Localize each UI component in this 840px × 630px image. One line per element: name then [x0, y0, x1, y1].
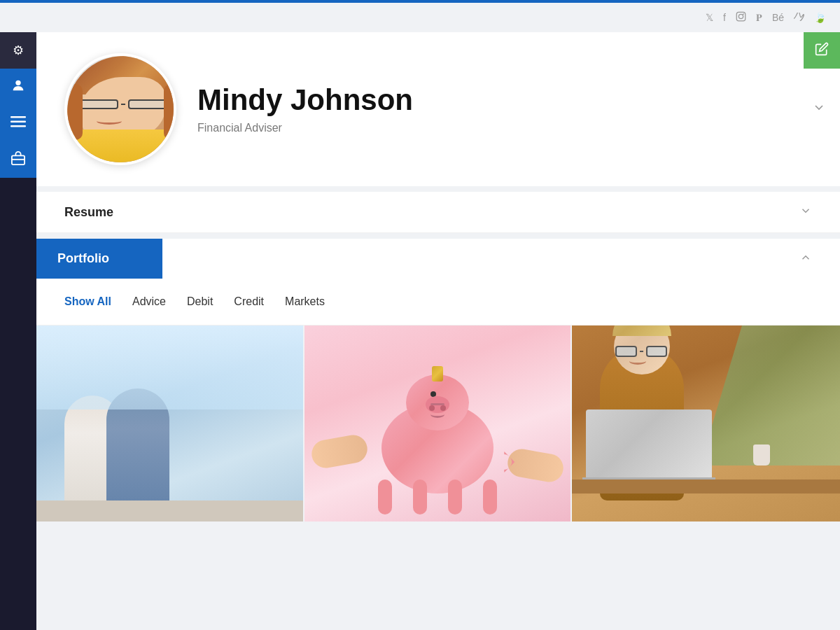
briefcase-icon: [10, 151, 26, 169]
portfolio-item-3[interactable]: [572, 326, 840, 522]
portfolio-filters: Show All Advice Debit Credit Markets: [36, 279, 840, 326]
gear-icon: ⚙: [13, 43, 24, 58]
filter-markets[interactable]: Markets: [285, 293, 325, 311]
svg-rect-4: [10, 116, 26, 118]
avatar: [64, 53, 176, 165]
main-content: Mindy Johnson Financial Adviser Resume: [36, 32, 840, 630]
briefcase-button[interactable]: [0, 141, 36, 178]
resume-chevron-icon: [799, 204, 812, 220]
vimeo-icon[interactable]: [794, 12, 804, 23]
settings-button[interactable]: ⚙: [0, 32, 36, 69]
profile-info: Mindy Johnson Financial Adviser: [197, 84, 413, 134]
svg-rect-5: [10, 120, 26, 122]
portfolio-section: Portfolio Show All Advice Debit Credit M…: [36, 239, 840, 522]
facebook-icon[interactable]: f: [723, 12, 726, 23]
portfolio-title: Portfolio: [57, 251, 109, 265]
twitter-icon[interactable]: 𝕏: [706, 12, 713, 23]
portfolio-grid: [36, 326, 840, 522]
menu-button[interactable]: [0, 105, 36, 141]
filter-show-all[interactable]: Show All: [64, 293, 111, 311]
svg-rect-0: [736, 12, 746, 21]
behance-icon[interactable]: Bé: [772, 12, 784, 23]
filter-credit[interactable]: Credit: [234, 293, 264, 311]
portfolio-item-1[interactable]: [36, 326, 304, 522]
leaf-icon[interactable]: 🍃: [814, 12, 826, 23]
pinterest-icon[interactable]: 𝐏: [756, 12, 762, 24]
profile-button[interactable]: [0, 69, 36, 105]
menu-icon: [10, 116, 26, 131]
svg-point-1: [738, 14, 743, 18]
portfolio-item-2[interactable]: [304, 326, 573, 522]
main-layout: ⚙: [0, 32, 840, 630]
profile-section: Mindy Johnson Financial Adviser: [36, 32, 840, 186]
filter-advice[interactable]: Advice: [132, 293, 166, 311]
edit-icon: [815, 42, 829, 59]
sidebar: ⚙: [0, 32, 36, 630]
portfolio-chevron-icon: [799, 251, 840, 267]
svg-point-2: [743, 13, 744, 15]
svg-point-3: [15, 80, 20, 85]
instagram-icon[interactable]: [736, 11, 746, 24]
profile-title: Financial Adviser: [197, 122, 413, 134]
social-icons: 𝕏 f 𝐏 Bé 🍃: [706, 11, 826, 24]
portfolio-header[interactable]: Portfolio: [36, 239, 840, 279]
profile-collapse-button[interactable]: [812, 101, 826, 118]
top-header: 𝕏 f 𝐏 Bé 🍃: [0, 3, 840, 32]
profile-name: Mindy Johnson: [197, 84, 413, 116]
svg-rect-6: [10, 125, 26, 127]
portfolio-nav-button[interactable]: Portfolio: [36, 239, 162, 279]
filter-debit[interactable]: Debit: [187, 293, 213, 311]
resume-header[interactable]: Resume: [36, 192, 840, 233]
edit-button[interactable]: [804, 32, 840, 69]
resume-section: Resume: [36, 192, 840, 233]
person-icon: [10, 78, 26, 97]
resume-title: Resume: [64, 205, 113, 220]
